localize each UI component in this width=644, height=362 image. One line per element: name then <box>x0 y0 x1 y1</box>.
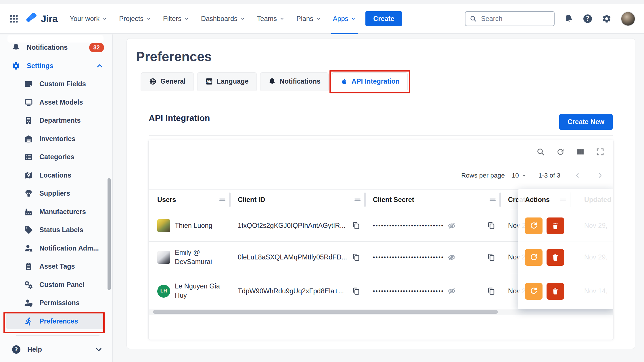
jira-logo-text: Jira <box>41 13 58 24</box>
regenerate-button[interactable] <box>525 217 543 234</box>
sidebar-item-help[interactable]: Help <box>0 340 112 359</box>
chevron-down-icon <box>240 16 246 22</box>
eye-off-icon[interactable] <box>447 287 456 295</box>
copy-icon[interactable] <box>487 287 496 296</box>
chevron-down-icon <box>350 16 356 22</box>
search-input[interactable] <box>480 15 550 23</box>
view-columns-icon[interactable] <box>576 147 585 156</box>
nav-item-projects[interactable]: Projects <box>113 4 157 34</box>
nav-item-teams[interactable]: Teams <box>251 4 291 34</box>
map-pin-icon <box>24 171 33 180</box>
create-button[interactable]: Create <box>365 11 402 26</box>
rows-per-page-value: 10 <box>512 172 519 179</box>
horizontal-scrollbar-thumb[interactable] <box>153 310 498 314</box>
sidebar-item-settings[interactable]: Settings <box>0 57 112 75</box>
nav-item-your-work[interactable]: Your work <box>64 4 114 34</box>
eye-off-icon[interactable] <box>447 222 456 230</box>
sidebar-item-notifications[interactable]: Notifications 32 <box>0 38 112 57</box>
tab-general[interactable]: General <box>141 72 194 90</box>
sidebar-item-custom-panel[interactable]: Custom Panel <box>0 276 112 294</box>
sidebar-item-asset-tags[interactable]: Asset Tags <box>0 257 112 276</box>
sidebar-item-label: Asset Models <box>39 99 83 106</box>
copy-icon[interactable] <box>352 287 361 296</box>
jira-logo[interactable]: Jira <box>26 13 58 25</box>
sidebar-item-preferences[interactable]: Preferences <box>0 312 112 331</box>
top-navbar: Jira Your work Projects Filters Dashboar… <box>0 4 644 34</box>
sidebar-item-departments[interactable]: Departments <box>0 111 112 130</box>
globe-icon <box>149 78 157 85</box>
trash-icon <box>551 253 559 262</box>
sidebar-item-notification-admin[interactable]: Notification Adm... <box>0 239 112 258</box>
client-id-value: 0leLuL8aSXQLAMqPMtIly05RdFD... <box>238 253 347 261</box>
next-page-icon[interactable] <box>596 172 604 179</box>
sidebar-item-label: Settings <box>27 62 53 70</box>
chevron-down-icon <box>102 16 108 22</box>
help-icon[interactable] <box>583 14 593 24</box>
copy-icon[interactable] <box>487 253 496 262</box>
sidebar-item-locations[interactable]: Locations <box>0 166 112 185</box>
sidebar-scrollbar-thumb[interactable] <box>108 178 111 290</box>
regenerate-button[interactable] <box>525 249 543 266</box>
drag-handle-icon[interactable] <box>489 196 497 204</box>
eye-off-icon[interactable] <box>447 253 456 262</box>
rows-per-page-select[interactable]: 10 <box>512 172 528 179</box>
column-header-actions: Actions <box>518 189 614 210</box>
sidebar-list: Notifications 32 Settings Custom Fields … <box>0 38 112 330</box>
nav-item-dashboards[interactable]: Dashboards <box>195 4 251 34</box>
delete-button[interactable] <box>547 217 564 234</box>
client-secret-mask: •••••••••••••••••••••••••• <box>373 288 444 294</box>
app-switcher-icon[interactable] <box>9 14 19 24</box>
regenerate-button[interactable] <box>525 283 543 300</box>
create-new-button[interactable]: Create New <box>559 114 613 130</box>
nav-item-plans[interactable]: Plans <box>291 4 327 34</box>
card-icon <box>24 80 33 88</box>
sync-icon <box>529 253 538 262</box>
sidebar-item-inventories[interactable]: Inventories <box>0 130 112 148</box>
tab-notifications[interactable]: Notifications <box>260 72 329 90</box>
sidebar-item-suppliers[interactable]: Suppliers <box>0 184 112 203</box>
app-root: Jira Your work Projects Filters Dashboar… <box>0 0 644 362</box>
search-icon <box>469 15 477 22</box>
tab-api-integration[interactable]: API Integration <box>332 72 408 90</box>
actions-cell <box>518 210 614 242</box>
notifications-bell-icon[interactable] <box>563 13 574 24</box>
sidebar-divider <box>16 335 99 336</box>
factory-icon <box>24 207 33 216</box>
copy-icon[interactable] <box>352 253 361 262</box>
nav-item-apps[interactable]: Apps <box>327 4 362 34</box>
sidebar-item-custom-fields[interactable]: Custom Fields <box>0 75 112 93</box>
question-circle-icon <box>12 345 21 354</box>
sidebar: Notifications 32 Settings Custom Fields … <box>0 34 113 362</box>
tab-language[interactable]: Language <box>197 72 257 90</box>
global-search[interactable] <box>465 11 555 26</box>
nav-item-label: Teams <box>257 15 277 23</box>
bell-icon <box>12 43 20 52</box>
nav-item-label: Filters <box>163 15 181 23</box>
sidebar-item-label: Categories <box>39 153 74 161</box>
sidebar-item-label: Departments <box>39 117 81 124</box>
drag-handle-icon[interactable] <box>354 196 361 204</box>
sidebar-item-status-labels[interactable]: Status Labels <box>0 221 112 239</box>
sidebar-item-categories[interactable]: Categories <box>0 148 112 166</box>
sidebar-item-asset-models[interactable]: Asset Models <box>0 93 112 112</box>
sidebar-item-label: Permissions <box>39 299 80 307</box>
settings-gear-icon[interactable] <box>602 14 612 24</box>
nav-item-filters[interactable]: Filters <box>157 4 195 34</box>
fullscreen-icon[interactable] <box>596 147 605 156</box>
delete-button[interactable] <box>547 249 564 266</box>
sidebar-item-permissions[interactable]: Permissions <box>0 294 112 312</box>
copy-icon[interactable] <box>352 221 361 230</box>
previous-page-icon[interactable] <box>574 172 581 179</box>
client-secret-mask: •••••••••••••••••••••••••• <box>373 222 444 229</box>
nav-item-label: Plans <box>296 15 313 23</box>
sidebar-item-manufacturers[interactable]: Manufacturers <box>0 203 112 221</box>
horizontal-scrollbar <box>149 309 614 315</box>
drag-handle-icon[interactable] <box>218 196 226 204</box>
caret-down-icon <box>521 172 528 179</box>
copy-icon[interactable] <box>487 221 496 230</box>
user-avatar[interactable] <box>621 11 635 26</box>
refresh-icon[interactable] <box>556 147 565 156</box>
delete-button[interactable] <box>547 283 564 300</box>
sidebar-item-label: Inventories <box>39 135 75 143</box>
search-icon[interactable] <box>536 147 545 156</box>
